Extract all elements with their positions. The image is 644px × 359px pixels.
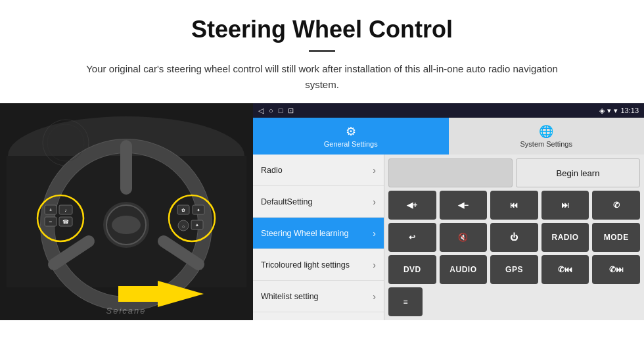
menu-list: Radio › DefaultSetting › Steering Wheel … — [253, 155, 384, 320]
menu-default-arrow: › — [373, 197, 376, 207]
next-button[interactable]: ⏭ — [541, 191, 589, 220]
gear-icon: ⚙ — [346, 124, 356, 139]
steering-wheel-svg: + ♪ − ☎ ✿ ✦ ○ ✦ Seicane — [0, 103, 253, 320]
controls-panel: Begin learn ◀+ ◀− ⏮ ⏭ — [384, 155, 644, 320]
tab-bar: ⚙ General Settings 🌐 System Settings — [253, 118, 644, 155]
mute-button[interactable]: 🔇 — [440, 223, 488, 252]
content-area: + ♪ − ☎ ✿ ✦ ○ ✦ Seicane — [0, 103, 644, 320]
svg-text:−: − — [49, 219, 53, 225]
tel-next-icon: ✆⏭ — [609, 265, 624, 274]
tab-system-label: System Settings — [520, 140, 572, 148]
location-icon: ◈ — [599, 107, 605, 115]
menu-item-default[interactable]: DefaultSetting › — [253, 186, 384, 218]
back-icon: ↩ — [409, 233, 415, 242]
prev-button[interactable]: ⏮ — [490, 191, 538, 220]
menu-default-label: DefaultSetting — [261, 197, 313, 206]
back-button[interactable]: ↩ — [388, 223, 436, 252]
status-left: ◁ ○ □ ⊡ — [258, 107, 294, 115]
svg-text:✦: ✦ — [196, 208, 200, 212]
empty-input-box — [388, 158, 513, 187]
vol-down-button[interactable]: ◀− — [440, 191, 488, 220]
hamburger-icon: ≡ — [403, 297, 407, 306]
menu-tricoloured-arrow: › — [373, 260, 376, 270]
tab-system[interactable]: 🌐 System Settings — [449, 118, 645, 155]
svg-text:+: + — [49, 208, 52, 212]
menu-whitelist-label: Whitelist setting — [261, 292, 319, 301]
tel-next-button[interactable]: ✆⏭ — [592, 255, 640, 284]
audio-label: AUDIO — [449, 265, 476, 274]
page-title: Steering Wheel Control — [26, 16, 618, 43]
tel-prev-button[interactable]: ✆⏮ — [541, 255, 589, 284]
svg-text:✦: ✦ — [195, 223, 199, 227]
wifi-icon: ▾ — [607, 107, 611, 115]
menu-item-whitelist[interactable]: Whitelist setting › — [253, 281, 384, 312]
menu-radio-arrow: › — [373, 165, 376, 176]
begin-learn-button[interactable]: Begin learn — [516, 158, 640, 187]
back-icon: ◁ — [258, 107, 264, 115]
mode-label: MODE — [604, 233, 629, 242]
recents-icon: □ — [279, 107, 283, 114]
menu-steering-arrow: › — [373, 228, 376, 239]
svg-text:Seicane: Seicane — [106, 306, 147, 316]
radio-label: RADIO — [551, 233, 578, 242]
phone-button[interactable]: ✆ — [592, 191, 640, 220]
status-bar: ◁ ○ □ ⊡ ◈ ▾ ▾ 13:13 — [253, 103, 644, 118]
tab-general-label: General Settings — [324, 140, 378, 148]
menu-radio-label: Radio — [261, 166, 283, 175]
controls-row-4: DVD AUDIO GPS ✆⏮ ✆⏭ — [388, 255, 640, 284]
vol-up-button[interactable]: ◀+ — [388, 191, 436, 220]
android-panel: ◁ ○ □ ⊡ ◈ ▾ ▾ 13:13 ⚙ General Settings 🌐… — [253, 103, 644, 320]
menu-icon-button[interactable]: ≡ — [388, 287, 423, 316]
svg-rect-30 — [118, 286, 159, 302]
mode-button[interactable]: MODE — [592, 223, 640, 252]
audio-button[interactable]: AUDIO — [440, 255, 488, 284]
radio-button[interactable]: RADIO — [541, 223, 589, 252]
svg-text:✿: ✿ — [181, 208, 185, 212]
controls-row-3: ↩ 🔇 ⏻ RADIO MODE — [388, 223, 640, 252]
clock: 13:13 — [620, 107, 639, 114]
menu-steering-label: Steering Wheel learning — [261, 229, 348, 238]
steering-wheel-panel: + ♪ − ☎ ✿ ✦ ○ ✦ Seicane — [0, 103, 253, 320]
svg-point-10 — [112, 216, 141, 234]
next-icon: ⏭ — [561, 201, 569, 210]
power-button[interactable]: ⏻ — [490, 223, 538, 252]
svg-text:○: ○ — [182, 224, 185, 229]
menu-item-radio[interactable]: Radio › — [253, 155, 384, 186]
menu-item-tricoloured[interactable]: Tricoloured light settings › — [253, 249, 384, 281]
svg-text:☎: ☎ — [62, 219, 69, 225]
title-divider — [309, 50, 335, 52]
controls-row-2: ◀+ ◀− ⏮ ⏭ ✆ — [388, 191, 640, 220]
menu-tricoloured-label: Tricoloured light settings — [261, 260, 350, 270]
vol-down-icon: ◀− — [458, 201, 469, 210]
mute-icon: 🔇 — [458, 233, 468, 242]
gps-label: GPS — [505, 265, 523, 274]
controls-row-5: ≡ — [388, 287, 640, 316]
menu-item-steering[interactable]: Steering Wheel learning › — [253, 218, 384, 249]
page-header: Steering Wheel Control Your original car… — [0, 0, 644, 103]
prev-icon: ⏮ — [510, 201, 518, 210]
svg-text:♪: ♪ — [64, 208, 67, 212]
gps-button[interactable]: GPS — [490, 255, 538, 284]
page-subtitle: Your original car's steering wheel contr… — [72, 61, 572, 93]
tel-prev-icon: ✆⏮ — [558, 265, 572, 274]
power-icon: ⏻ — [510, 233, 518, 242]
menu-whitelist-arrow: › — [373, 291, 376, 302]
dvd-label: DVD — [403, 265, 421, 274]
home-icon: ○ — [269, 107, 273, 114]
phone-icon: ✆ — [613, 201, 620, 210]
dvd-button[interactable]: DVD — [388, 255, 436, 284]
signal-icon: ▾ — [614, 107, 618, 115]
controls-row-1: Begin learn — [388, 158, 640, 187]
globe-icon: 🌐 — [539, 124, 553, 139]
vol-up-icon: ◀+ — [407, 201, 417, 210]
screenshot-icon: ⊡ — [288, 107, 294, 115]
main-content: Radio › DefaultSetting › Steering Wheel … — [253, 155, 644, 320]
tab-general[interactable]: ⚙ General Settings — [253, 118, 449, 155]
status-right: ◈ ▾ ▾ 13:13 — [599, 107, 639, 115]
